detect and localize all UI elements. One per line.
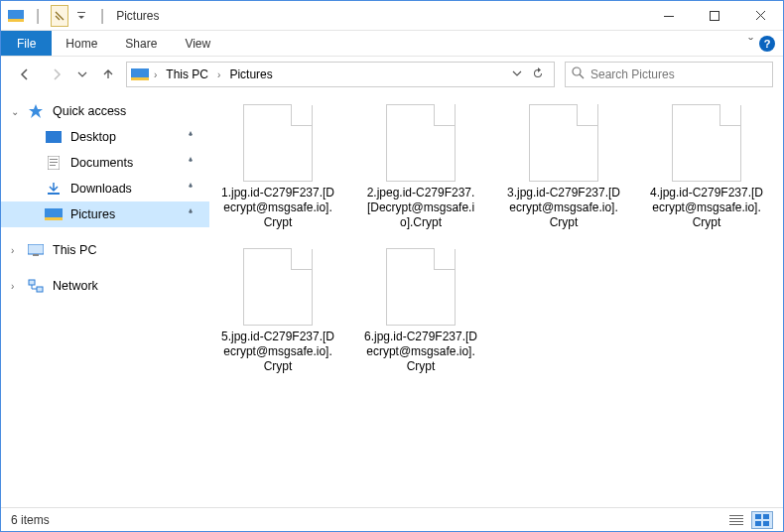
details-view-button[interactable]	[725, 511, 747, 529]
sidebar-item-label: Quick access	[53, 104, 126, 118]
search-input[interactable]: Search Pictures	[565, 62, 773, 87]
chevron-right-icon[interactable]: ›	[214, 69, 223, 80]
navigation-pane: ⌄ Quick access Desktop Documents Downloa…	[1, 92, 209, 507]
svg-rect-22	[729, 521, 743, 522]
svg-rect-19	[37, 287, 43, 292]
maximize-button[interactable]	[692, 1, 737, 30]
chevron-right-icon[interactable]: ›	[11, 281, 14, 292]
generic-file-icon	[529, 104, 598, 182]
network-icon	[27, 277, 45, 295]
pin-icon	[186, 130, 196, 144]
quick-access-toolbar: |	[1, 5, 96, 27]
sidebar-item-this-pc[interactable]: › This PC	[1, 237, 209, 263]
sidebar-item-desktop[interactable]: Desktop	[1, 124, 209, 150]
status-bar: 6 items	[1, 507, 783, 531]
sidebar-item-label: Documents	[70, 156, 133, 170]
explorer-icon	[7, 7, 25, 25]
file-name-label: 1.jpg.id-C279F237.[Decrypt@msgsafe.io].C…	[219, 186, 336, 230]
tab-home[interactable]: Home	[52, 31, 111, 56]
up-button[interactable]	[94, 61, 122, 88]
svg-rect-4	[711, 11, 719, 20]
qat-properties-button[interactable]	[51, 5, 68, 27]
sidebar-item-downloads[interactable]: Downloads	[1, 176, 209, 201]
svg-rect-24	[755, 514, 761, 519]
explorer-body: ⌄ Quick access Desktop Documents Downloa…	[1, 92, 783, 507]
svg-rect-2	[77, 12, 85, 13]
qat-dropdown-icon[interactable]	[72, 7, 90, 25]
help-icon[interactable]: ?	[759, 36, 775, 52]
sidebar-item-label: Network	[53, 279, 98, 293]
svg-rect-16	[28, 244, 44, 254]
pin-icon	[186, 207, 196, 221]
minimize-button[interactable]	[646, 1, 692, 30]
breadcrumb-history-icon[interactable]	[512, 67, 522, 82]
generic-file-icon	[243, 248, 313, 326]
file-name-label: 5.jpg.id-C279F237.[Decrypt@msgsafe.io].C…	[219, 330, 336, 374]
generic-file-icon	[386, 248, 456, 326]
pictures-icon	[45, 205, 63, 223]
svg-rect-17	[33, 254, 39, 256]
file-name-label: 3.jpg.id-C279F237.[Decrypt@msgsafe.io].C…	[505, 186, 622, 230]
svg-rect-27	[763, 521, 769, 526]
sidebar-item-pictures[interactable]: Pictures	[1, 201, 209, 227]
tab-share[interactable]: Share	[111, 31, 171, 56]
sidebar-item-quick-access[interactable]: ⌄ Quick access	[1, 98, 209, 124]
svg-rect-12	[50, 165, 56, 166]
pin-icon	[186, 182, 196, 196]
large-icons-view-button[interactable]	[751, 511, 773, 529]
svg-rect-18	[29, 280, 35, 285]
svg-point-7	[573, 67, 581, 75]
status-item-count: 6 items	[11, 513, 50, 527]
generic-file-icon	[386, 104, 456, 182]
file-item[interactable]: 2.jpeg.id-C279F237.[Decrypt@msgsafe.io].…	[362, 104, 479, 230]
breadcrumb-pictures[interactable]: Pictures	[225, 67, 276, 81]
svg-rect-21	[729, 518, 743, 519]
tab-view[interactable]: View	[171, 31, 224, 56]
sidebar-item-label: Downloads	[70, 182, 132, 196]
sidebar-item-label: Pictures	[70, 207, 115, 221]
file-tab[interactable]: File	[1, 31, 52, 56]
file-item[interactable]: 6.jpg.id-C279F237.[Decrypt@msgsafe.io].C…	[362, 248, 479, 374]
refresh-icon[interactable]	[532, 67, 544, 82]
recent-locations-icon[interactable]	[74, 61, 90, 88]
window-title: Pictures	[108, 9, 646, 23]
titlebar: | | Pictures	[1, 1, 783, 31]
chevron-right-icon[interactable]: ›	[151, 69, 160, 80]
svg-rect-13	[48, 193, 60, 195]
svg-rect-10	[50, 159, 58, 160]
sidebar-item-label: Desktop	[70, 130, 116, 144]
search-icon	[572, 66, 585, 82]
file-name-label: 4.jpg.id-C279F237.[Decrypt@msgsafe.io].C…	[648, 186, 765, 230]
svg-rect-26	[755, 521, 761, 526]
breadcrumb-folder-icon	[131, 67, 149, 81]
chevron-right-icon[interactable]: ›	[11, 245, 14, 256]
svg-rect-3	[664, 16, 674, 17]
chevron-down-icon[interactable]: ⌄	[11, 106, 19, 117]
file-item[interactable]: 5.jpg.id-C279F237.[Decrypt@msgsafe.io].C…	[219, 248, 336, 374]
this-pc-icon	[27, 241, 45, 259]
file-item[interactable]: 4.jpg.id-C279F237.[Decrypt@msgsafe.io].C…	[648, 104, 765, 230]
document-icon	[45, 154, 63, 172]
ribbon-collapse-icon[interactable]: ˇ	[748, 36, 753, 52]
generic-file-icon	[672, 104, 741, 182]
sidebar-item-network[interactable]: › Network	[1, 273, 209, 299]
download-icon	[45, 180, 63, 198]
file-name-label: 6.jpg.id-C279F237.[Decrypt@msgsafe.io].C…	[362, 330, 479, 374]
close-button[interactable]	[737, 1, 783, 30]
breadcrumb-this-pc[interactable]: This PC	[162, 67, 212, 81]
titlebar-separator: |	[96, 7, 108, 25]
file-list[interactable]: 1.jpg.id-C279F237.[Decrypt@msgsafe.io].C…	[209, 92, 783, 507]
back-button[interactable]	[11, 61, 39, 88]
svg-rect-8	[46, 131, 62, 143]
pin-icon	[186, 156, 196, 170]
svg-rect-20	[729, 515, 743, 516]
breadcrumb[interactable]: › This PC › Pictures	[126, 62, 555, 87]
file-item[interactable]: 1.jpg.id-C279F237.[Decrypt@msgsafe.io].C…	[219, 104, 336, 230]
file-item[interactable]: 3.jpg.id-C279F237.[Decrypt@msgsafe.io].C…	[505, 104, 622, 230]
qat-separator: |	[29, 7, 47, 25]
svg-rect-23	[729, 524, 743, 525]
quick-access-icon	[27, 102, 45, 120]
sidebar-item-documents[interactable]: Documents	[1, 150, 209, 176]
forward-button[interactable]	[43, 61, 70, 88]
svg-rect-1	[8, 19, 24, 22]
